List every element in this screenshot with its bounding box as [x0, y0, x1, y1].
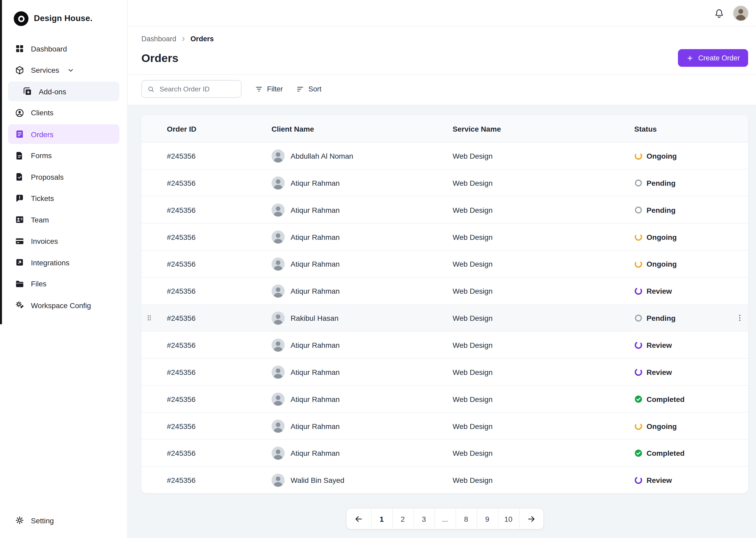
sidebar-item-label: Add-ons	[39, 87, 66, 96]
sidebar-item-tickets[interactable]: Tickets	[8, 188, 119, 208]
service-name: Web Design	[452, 449, 493, 457]
pagination-prev-button[interactable]	[346, 509, 371, 529]
service-name: Web Design	[452, 368, 493, 376]
pagination-page-10[interactable]: 10	[497, 509, 518, 529]
client-name: Atiqur Rahman	[291, 259, 340, 268]
main-area: Dashboard Orders Orders Create Order Fil…	[127, 0, 756, 538]
brand-name: Design House.	[34, 14, 92, 24]
breadcrumb-dashboard-link[interactable]: Dashboard	[141, 35, 176, 43]
create-order-button[interactable]: Create Order	[678, 49, 748, 67]
sidebar-item-team[interactable]: Team	[8, 210, 119, 230]
pagination: 123...8910	[346, 508, 543, 530]
client-avatar	[271, 392, 285, 405]
chevron-right-icon	[179, 35, 187, 42]
order-id: #245356	[167, 233, 196, 241]
sidebar-item-label: Dashboard	[31, 44, 67, 53]
table-row[interactable]: #245356Atiqur RahmanWeb DesignOngoing	[141, 412, 748, 440]
sidebar-item-orders[interactable]: Orders	[8, 124, 119, 144]
pagination-next-button[interactable]	[519, 509, 543, 529]
status-review-icon	[634, 287, 642, 295]
status-ongoing-icon	[634, 259, 642, 268]
sort-icon	[296, 85, 305, 93]
client-name: Atiqur Rahman	[291, 179, 340, 187]
pagination-page-3[interactable]: 3	[413, 509, 434, 529]
pagination-page-9[interactable]: 9	[476, 509, 497, 529]
sidebar-item-workspace-config[interactable]: Workspace Config	[8, 295, 119, 315]
sidebar-item-dashboard[interactable]: Dashboard	[8, 39, 119, 59]
drag-handle-icon[interactable]	[145, 314, 153, 322]
search-box[interactable]	[141, 80, 242, 98]
status-pending-icon	[634, 314, 642, 322]
client-name: Abdullah Al Noman	[291, 152, 353, 160]
sidebar-item-label: Workspace Config	[31, 301, 91, 309]
client-name: Atiqur Rahman	[291, 233, 340, 241]
create-order-label: Create Order	[698, 54, 740, 62]
status-label: Completed	[646, 395, 685, 403]
status-label: Review	[646, 476, 672, 484]
sidebar-item-add-ons[interactable]: Add-ons	[8, 81, 119, 101]
status-review-icon	[634, 368, 642, 376]
table-row[interactable]: #245356Atiqur RahmanWeb DesignReview	[141, 331, 748, 358]
status-label: Review	[646, 287, 672, 295]
client-avatar	[271, 257, 285, 270]
table-row[interactable]: #245356Atiqur RahmanWeb DesignPending	[141, 196, 748, 223]
pagination-page-1[interactable]: 1	[371, 509, 392, 529]
table-row[interactable]: #245356Atiqur RahmanWeb DesignCompleted	[141, 440, 748, 466]
client-name: Walid Bin Sayed	[291, 476, 344, 484]
sidebar-item-label: Integrations	[31, 258, 70, 267]
sidebar-item-clients[interactable]: Clients	[8, 103, 119, 123]
service-name: Web Design	[452, 206, 493, 214]
topbar	[127, 0, 756, 27]
user-avatar[interactable]	[733, 5, 749, 21]
status-label: Ongoing	[646, 152, 677, 160]
client-name: Atiqur Rahman	[291, 449, 340, 457]
table-row[interactable]: #245356Atiqur RahmanWeb DesignOngoing	[141, 250, 748, 277]
table-row[interactable]: #245356Atiqur RahmanWeb DesignPending	[141, 169, 748, 196]
table-row[interactable]: #245356Atiqur RahmanWeb DesignOngoing	[141, 223, 748, 250]
breadcrumb: Dashboard Orders	[127, 27, 756, 43]
status-pending-icon	[634, 206, 642, 214]
order-id: #245356	[167, 476, 196, 484]
pagination-page-8[interactable]: 8	[455, 509, 476, 529]
sidebar-item-integrations[interactable]: Integrations	[8, 252, 119, 272]
order-id: #245356	[167, 314, 196, 322]
client-avatar	[271, 419, 285, 432]
notifications-bell-icon[interactable]	[714, 8, 725, 19]
table-row[interactable]: #245356Walid Bin SayedWeb DesignReview	[141, 466, 748, 493]
client-avatar	[271, 338, 285, 351]
sidebar-item-files[interactable]: Files	[8, 274, 119, 294]
status-label: Pending	[646, 179, 676, 187]
kebab-menu-icon[interactable]	[735, 313, 744, 322]
table-row[interactable]: #245356Rakibul HasanWeb DesignPending	[141, 304, 748, 332]
sidebar-item-label: Tickets	[31, 194, 54, 202]
service-name: Web Design	[452, 422, 493, 430]
client-avatar	[271, 446, 285, 459]
table-row[interactable]: #245356Atiqur RahmanWeb DesignReview	[141, 358, 748, 385]
filter-button[interactable]: Filter	[255, 85, 283, 93]
table-row[interactable]: #245356Abdullah Al NomanWeb DesignOngoin…	[141, 142, 748, 169]
sidebar-item-proposals[interactable]: Proposals	[8, 167, 119, 187]
column-header-service-name: Service Name	[452, 115, 634, 142]
service-name: Web Design	[452, 287, 493, 295]
order-id: #245356	[167, 152, 196, 160]
sort-button[interactable]: Sort	[296, 85, 321, 93]
status-ongoing-icon	[634, 233, 642, 241]
sidebar-scrollbar[interactable]	[0, 0, 2, 324]
pagination-page-2[interactable]: 2	[392, 509, 413, 529]
sidebar-item-label: Services	[31, 66, 59, 74]
search-input[interactable]	[159, 84, 236, 93]
status-ongoing-icon	[634, 152, 642, 160]
order-id: #245356	[167, 179, 196, 187]
arrow-left-icon	[354, 514, 363, 523]
table-row[interactable]: #245356Atiqur RahmanWeb DesignCompleted	[141, 385, 748, 412]
sidebar-item-forms[interactable]: Forms	[8, 145, 119, 165]
client-avatar	[271, 473, 285, 487]
column-header-client-name: Client Name	[271, 115, 452, 142]
table-row[interactable]: #245356Atiqur RahmanWeb DesignReview	[141, 277, 748, 304]
order-id: #245356	[167, 206, 196, 214]
order-id: #245356	[167, 368, 196, 376]
sidebar-item-setting[interactable]: Setting	[8, 511, 119, 530]
status-completed-icon	[634, 449, 642, 457]
sidebar-item-invoices[interactable]: Invoices	[8, 231, 119, 251]
sidebar-item-services[interactable]: Services	[8, 60, 119, 80]
